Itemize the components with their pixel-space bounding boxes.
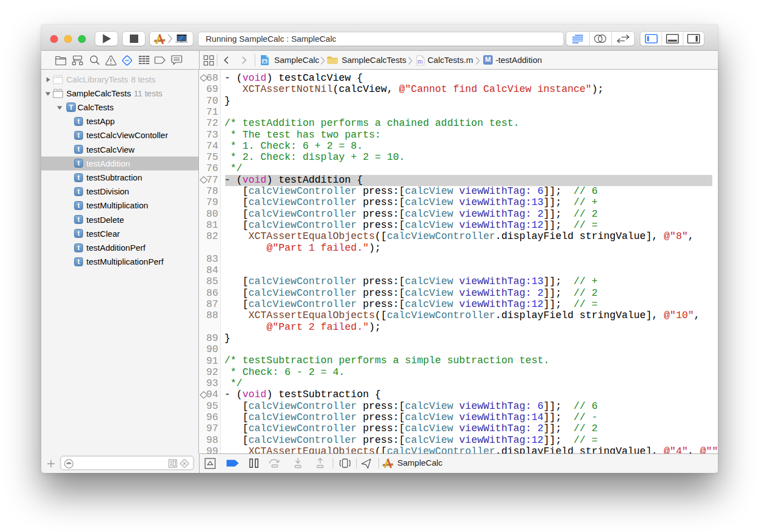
svg-text:m: m — [417, 57, 423, 65]
